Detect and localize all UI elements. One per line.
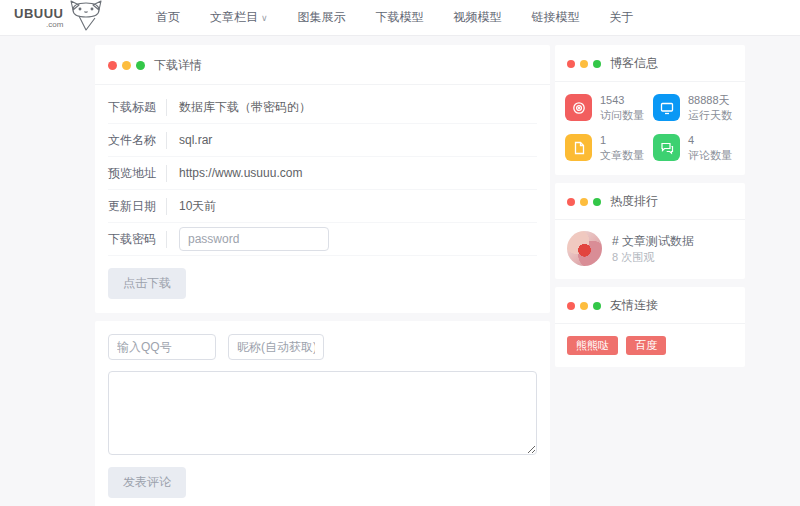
nav-item-download-model-label: 下载模型	[376, 10, 424, 24]
download-details-card: 下载详情 下载标题 数据库下载（带密码的） 文件名称 sql.rar 预览地址 …	[95, 45, 550, 313]
download-row-filename: 文件名称 sql.rar	[108, 124, 537, 157]
qq-number-input[interactable]	[108, 334, 216, 360]
stat-comments-label: 评论数量	[688, 148, 732, 163]
nav-item-home-label: 首页	[156, 10, 180, 24]
stat-visits-text: 1543 访问数量	[600, 93, 644, 123]
hot-rank-item-title: # 文章测试数据	[612, 232, 694, 250]
nav-item-gallery[interactable]: 图集展示	[298, 9, 346, 26]
comment-textarea[interactable]	[108, 371, 537, 455]
nav-menu: 首页 文章栏目∨ 图集展示 下载模型 视频模型 链接模型 关于	[156, 9, 634, 26]
friend-links-body: 熊熊哒 百度	[555, 324, 745, 367]
blog-info-header: 博客信息	[555, 45, 745, 82]
yellow-dot-icon	[122, 61, 131, 70]
nickname-input[interactable]	[228, 334, 324, 360]
nav-item-articles[interactable]: 文章栏目∨	[210, 9, 268, 26]
green-dot-icon	[593, 198, 601, 206]
avatar	[567, 231, 602, 266]
page-container: 下载详情 下载标题 数据库下载（带密码的） 文件名称 sql.rar 预览地址 …	[95, 45, 745, 506]
document-icon	[565, 134, 592, 161]
traffic-dots	[567, 60, 601, 68]
stat-visits-value: 1543	[600, 93, 644, 108]
download-row-filename-value: sql.rar	[179, 133, 212, 147]
nav-item-home[interactable]: 首页	[156, 9, 180, 26]
submit-comment-button[interactable]: 发表评论	[108, 467, 186, 498]
stat-articles-value: 1	[600, 133, 644, 148]
download-row-password: 下载密码	[108, 223, 537, 256]
logo-name: UBUUU	[14, 7, 63, 20]
site-logo[interactable]: UBUUU .com	[14, 0, 134, 35]
blog-info-title: 博客信息	[610, 55, 658, 72]
nav-item-articles-label: 文章栏目	[210, 10, 258, 24]
yellow-dot-icon	[580, 60, 588, 68]
download-row-updated-label: 更新日期	[108, 198, 167, 215]
hot-rank-item-text: # 文章测试数据 8 次围观	[612, 232, 694, 265]
stat-running-days-label: 运行天数	[688, 108, 732, 123]
download-password-label: 下载密码	[108, 231, 167, 248]
hot-rank-title: 热度排行	[610, 193, 658, 210]
red-dot-icon	[567, 198, 575, 206]
download-button[interactable]: 点击下载	[108, 268, 186, 299]
download-row-preview-url: 预览地址 https://www.usuuu.com	[108, 157, 537, 190]
friend-link-2[interactable]: 百度	[626, 336, 666, 355]
download-row-updated: 更新日期 10天前	[108, 190, 537, 223]
comments-icon	[653, 134, 680, 161]
nav-item-video-model[interactable]: 视频模型	[454, 9, 502, 26]
blog-stats-grid: 1543 访问数量 88888天 运行天数	[555, 82, 745, 175]
traffic-dots	[567, 302, 601, 310]
stat-articles-text: 1 文章数量	[600, 133, 644, 163]
stat-running-days: 88888天 运行天数	[653, 93, 735, 123]
nav-item-download-model[interactable]: 下载模型	[376, 9, 424, 26]
download-row-preview-url-value[interactable]: https://www.usuuu.com	[179, 166, 302, 180]
friend-links-title: 友情连接	[610, 297, 658, 314]
yellow-dot-icon	[580, 302, 588, 310]
nav-item-link-model-label: 链接模型	[532, 10, 580, 24]
stat-visits-label: 访问数量	[600, 108, 644, 123]
navbar: UBUUU .com 首页 文章栏目∨ 图集展示 下载模型 视频模型 链接模型 …	[0, 0, 800, 36]
download-card-header: 下载详情	[95, 45, 550, 85]
nav-item-video-model-label: 视频模型	[454, 10, 502, 24]
traffic-dots	[567, 198, 601, 206]
download-row-title-value: 数据库下载（带密码的）	[179, 99, 311, 116]
green-dot-icon	[136, 61, 145, 70]
stat-comments-value: 4	[688, 133, 732, 148]
nav-item-gallery-label: 图集展示	[298, 10, 346, 24]
cat-mascot-icon	[65, 0, 107, 35]
chevron-down-icon: ∨	[261, 13, 268, 23]
comment-card: 发表评论	[95, 321, 550, 506]
stat-articles-label: 文章数量	[600, 148, 644, 163]
hot-rank-card: 热度排行 # 文章测试数据 8 次围观	[555, 183, 745, 279]
download-row-preview-url-label: 预览地址	[108, 165, 167, 182]
comment-inputs	[108, 334, 537, 360]
hot-rank-item[interactable]: # 文章测试数据 8 次围观	[555, 220, 745, 279]
stat-running-days-text: 88888天 运行天数	[688, 93, 732, 123]
blog-info-card: 博客信息 1543 访问数量	[555, 45, 745, 175]
red-dot-icon	[567, 60, 575, 68]
red-dot-icon	[108, 61, 117, 70]
nav-item-link-model[interactable]: 链接模型	[532, 9, 580, 26]
nav-item-about-label: 关于	[610, 10, 634, 24]
download-password-input[interactable]	[179, 227, 329, 251]
stat-comments: 4 评论数量	[653, 133, 735, 163]
green-dot-icon	[593, 60, 601, 68]
download-card-body: 下载标题 数据库下载（带密码的） 文件名称 sql.rar 预览地址 https…	[95, 85, 550, 313]
green-dot-icon	[593, 302, 601, 310]
stat-running-days-value: 88888天	[688, 93, 732, 108]
logo-text: UBUUU .com	[14, 7, 63, 29]
download-row-title: 下载标题 数据库下载（带密码的）	[108, 91, 537, 124]
main-column: 下载详情 下载标题 数据库下载（带密码的） 文件名称 sql.rar 预览地址 …	[95, 45, 550, 506]
download-row-filename-label: 文件名称	[108, 132, 167, 149]
red-dot-icon	[567, 302, 575, 310]
sidebar: 博客信息 1543 访问数量	[555, 45, 745, 367]
yellow-dot-icon	[580, 198, 588, 206]
friend-link-1[interactable]: 熊熊哒	[567, 336, 618, 355]
friend-links-header: 友情连接	[555, 287, 745, 324]
nav-item-about[interactable]: 关于	[610, 9, 634, 26]
logo-tld: .com	[46, 21, 63, 29]
friend-links-card: 友情连接 熊熊哒 百度	[555, 287, 745, 367]
download-row-title-label: 下载标题	[108, 99, 167, 116]
stat-comments-text: 4 评论数量	[688, 133, 732, 163]
eye-target-icon	[565, 94, 592, 121]
download-card-title: 下载详情	[154, 57, 202, 74]
hot-rank-item-views: 8 次围观	[612, 250, 694, 265]
stat-visits: 1543 访问数量	[565, 93, 647, 123]
